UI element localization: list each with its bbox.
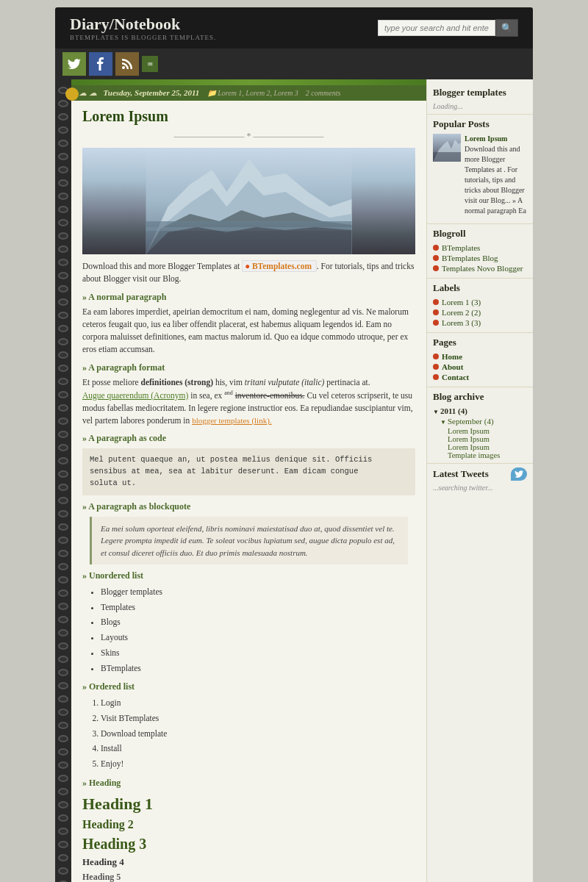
spiral-ring (58, 814, 68, 822)
spiral-ring (58, 404, 68, 412)
spiral-ring (58, 629, 68, 637)
spiral-ring (58, 722, 68, 729)
blogroll-bullet (433, 245, 439, 251)
green-top-bar (71, 79, 426, 85)
heading-5: Heading 5 (82, 872, 415, 882)
tweets-searching: ...searching twitter... (433, 484, 527, 492)
spiral-ring (58, 206, 68, 213)
page-bullet (433, 374, 439, 380)
spiral-ring (58, 365, 68, 372)
templates-link[interactable]: ● BTemplates.com (242, 260, 317, 272)
blogroll-title: Blogroll (433, 228, 527, 240)
spiral-ring (58, 867, 68, 875)
superscript-text: and (224, 390, 233, 396)
spiral-ring (58, 153, 68, 160)
page-bullet (433, 354, 439, 359)
label-item: Lorem 1 (3) (433, 298, 527, 306)
label-1: Lorem 1 (3) (442, 298, 481, 306)
section-para-format: » A paragraph format (82, 362, 415, 373)
fancy-link[interactable]: blogger templates (link). (192, 416, 271, 425)
list-item: Templates (101, 600, 415, 615)
italic-word: tritani vulputate (italic) (245, 378, 325, 387)
list-item: Download template (101, 726, 415, 742)
blogroll-link-3[interactable]: Templates Novo Blogger (442, 264, 523, 273)
heading-1: Heading 1 (82, 795, 415, 814)
spiral-ring (58, 682, 68, 689)
spiral-ring (58, 537, 68, 544)
small-social-icon[interactable]: ✉ (142, 56, 158, 72)
blogroll-item: Templates Novo Blogger (433, 264, 527, 273)
sidebar: Blogger templates Loading... Popular Pos… (426, 79, 533, 882)
spiral-ring (58, 219, 68, 226)
pages-title: Pages (433, 337, 527, 348)
list-item: Blogs (101, 614, 415, 630)
sidebar-pages: Pages Home About Contact (427, 333, 533, 387)
spiral-ring (58, 444, 68, 451)
twitter-bird-icon (511, 467, 527, 481)
sidebar-popular-posts: Popular Posts (427, 115, 533, 224)
acronym-link[interactable]: Augue quaerendum (Acronym) (82, 391, 188, 400)
post-comments-link[interactable]: 2 comments (306, 89, 341, 97)
spiral-ring (58, 351, 68, 359)
para-format: Et posse meliore definitiones (strong) h… (82, 376, 415, 428)
archive-month[interactable]: ▼September (4) (433, 417, 527, 426)
page-link-contact[interactable]: Contact (442, 373, 469, 381)
rss-icon[interactable] (115, 52, 139, 76)
spiral-ring (58, 497, 68, 504)
spiral-ring (58, 603, 68, 610)
heading-4: Heading 4 (82, 856, 415, 868)
post-header: ☁ ☁ Tuesday, September 25, 2011 📁 Lorem … (71, 85, 426, 101)
spiral-ring (58, 854, 68, 861)
spiral-ring (58, 140, 68, 147)
section-heading: » Heading (82, 778, 415, 789)
popular-post-item: Lorem Ipsum Download this and more Blogg… (433, 134, 527, 216)
spiral-ring (58, 576, 68, 584)
archive-post-2[interactable]: Lorem Ipsum (448, 435, 490, 443)
page-link-home[interactable]: Home (442, 352, 462, 361)
spiral-ring (58, 232, 68, 240)
label-bullet (433, 299, 439, 305)
archive-title: Blog archive (433, 391, 527, 403)
loading-text: Loading... (433, 102, 527, 110)
archive-post-1[interactable]: Lorem Ipsum (448, 427, 490, 435)
twitter-icon[interactable] (62, 52, 86, 76)
page-wrapper: Diary/Notebook BTEMPLATES IS BLOGGER TEM… (0, 0, 588, 882)
sidebar-labels: Labels Lorem 1 (3) Lorem 2 (2) Lorem 3 (… (427, 279, 533, 333)
site-title: Diary/Notebook (70, 15, 216, 34)
blockquote: Ea mei solum oporteat eleifend, libris n… (90, 517, 408, 565)
spiral-ring (58, 616, 68, 623)
blogroll-link-1[interactable]: BTemplates (442, 243, 480, 252)
spiral-ring (58, 589, 68, 597)
label-item: Lorem 3 (3) (433, 318, 527, 327)
spiral-ring (58, 245, 68, 253)
archive-post-3[interactable]: Lorem Ipsum (448, 443, 490, 451)
archive-year[interactable]: ▼2011 (4) (433, 406, 527, 415)
yellow-tab (65, 87, 79, 101)
post-categories[interactable]: Lorem 1, Lorem 2, Lorem 3 (218, 89, 298, 97)
archive-post-4[interactable]: Template images (448, 451, 500, 459)
post-image (82, 148, 415, 254)
search-button[interactable]: 🔍 (495, 19, 518, 37)
label-3: Lorem 3 (3) (442, 318, 481, 327)
blogroll-bullet (433, 255, 439, 261)
section-normal-para: » A normal paragraph (82, 292, 415, 303)
spiral-ring (58, 391, 68, 398)
search-input[interactable] (378, 20, 495, 36)
popular-post-thumbnail (433, 134, 461, 162)
label-bullet (433, 320, 439, 326)
blogroll-link-2[interactable]: BTemplates Blog (442, 254, 498, 262)
sidebar-tweets: Latest Tweets ...searching twitter... (427, 464, 533, 495)
list-item: Login (101, 695, 415, 711)
spiral-ring (58, 113, 68, 121)
spiral-ring (58, 166, 68, 173)
page-link-about[interactable]: About (442, 362, 463, 371)
spiral-ring (58, 775, 68, 782)
label-2: Lorem 2 (2) (442, 308, 481, 317)
facebook-icon[interactable] (89, 52, 112, 76)
popular-post-title[interactable]: Lorem Ipsum (465, 134, 527, 144)
labels-title: Labels (433, 282, 527, 294)
search-form: 🔍 (378, 19, 518, 37)
svg-rect-10 (433, 152, 461, 162)
archive-posts: Lorem Ipsum Lorem Ipsum Lorem Ipsum Temp… (433, 427, 527, 459)
page-bullet (433, 364, 439, 370)
